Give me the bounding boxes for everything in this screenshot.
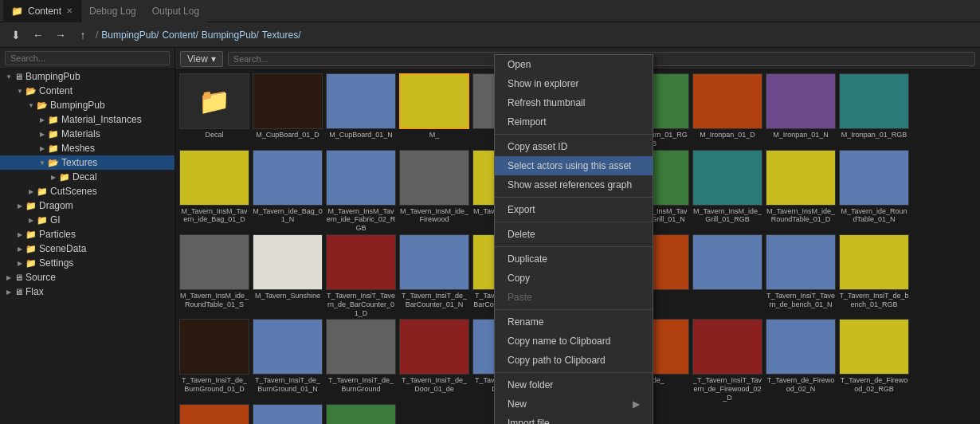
texture-item[interactable]: T_Tavern_InsiT_de_BurnGround (325, 319, 397, 402)
tab-content-close[interactable]: ✕ (66, 6, 73, 15)
sidebar-item-dragom[interactable]: ▶📁Dragom (0, 198, 174, 213)
tab-output-log[interactable]: Output Log (144, 0, 207, 22)
tab-debug-log[interactable]: Debug Log (81, 0, 144, 22)
context-menu-separator (495, 134, 653, 135)
texture-item[interactable]: T_Tavern_de_Floor_bric (252, 404, 323, 424)
texture-item[interactable]: M_Tavern_InsM_ide_Firewood (398, 150, 470, 233)
tree-label: Dragom (39, 200, 73, 211)
texture-item[interactable]: M_Tavern_InsM_ide_Grill_01_RGB (692, 150, 763, 233)
texture-item[interactable]: T_Tavern_InsiT_de_Door_01_de (398, 319, 470, 402)
tree-expand-icon: ▶ (14, 257, 25, 269)
texture-item[interactable]: T_Tavern_InsiT_de_BurnGround_01_N (252, 319, 323, 402)
forward-button[interactable]: → (51, 26, 70, 45)
sidebar-item-material-instances[interactable]: ▶📁Material_Instances (0, 112, 174, 127)
sidebar-item-content[interactable]: ▼📂Content (0, 84, 174, 98)
texture-item[interactable]: T_Tavern_insi_k_01_RGB (325, 404, 397, 424)
sidebar-item-decal[interactable]: ▶📁Decal (0, 170, 174, 184)
context-menu-item-show-asset-refs[interactable]: Show asset references graph (495, 175, 653, 194)
texture-item[interactable]: M_CupBoard_01_D (252, 73, 323, 148)
texture-item[interactable]: T_Tavern_de_Firewood_02_RGB (838, 319, 910, 402)
context-menu-item-open[interactable]: Open (495, 55, 653, 74)
submenu-arrow-icon: ▶ (633, 398, 640, 410)
context-menu-item-reimport[interactable]: Reimport (495, 112, 653, 132)
texture-item[interactable]: M_ (398, 73, 470, 148)
context-menu-item-duplicate[interactable]: Duplicate (495, 249, 653, 269)
sidebar-item-materials[interactable]: ▶📁Materials (0, 127, 174, 141)
back-button[interactable]: ← (29, 26, 48, 45)
texture-item[interactable]: T_Tavern_InsiT_de_BurnGround_01_D (178, 319, 250, 402)
texture-item[interactable]: M_Ironpan_01_N (765, 73, 837, 148)
texture-label: M_Tavern_ide_RoundTable_01_N (839, 207, 909, 225)
sidebar-item-cutscenes[interactable]: ▶📁CutScenes (0, 184, 174, 198)
texture-item[interactable]: T_Tavern_InsiT_de_BarCounter_01_N (398, 234, 470, 317)
context-menu-item-copy-asset-id[interactable]: Copy asset ID (495, 137, 653, 156)
texture-item[interactable]: _T_Tavern_InsiT_Tavern_de_Firewood_02_D (692, 319, 763, 402)
tree-expand-icon: ▶ (14, 243, 25, 254)
sidebar-item-source[interactable]: ▶🖥Source (0, 270, 174, 285)
texture-item[interactable]: M_Tavern_InsM_Tavern_ide_Fabric_02_RGB (325, 150, 397, 233)
breadcrumb-content[interactable]: Content/ (162, 29, 198, 41)
sidebar-item-gi[interactable]: ▶📁GI (0, 213, 174, 227)
texture-item[interactable]: 📁Decal (178, 73, 250, 148)
texture-label: M_Tavern_InsM_ide_RoundTable_01_D (766, 207, 836, 225)
sidebar-item-bumpingpub[interactable]: ▼🖥BumpingPub (0, 69, 174, 84)
context-menu-item-export[interactable]: Export (495, 200, 653, 219)
tab-content[interactable]: 📁 Content ✕ (3, 0, 81, 22)
context-menu-item-show-in-explorer[interactable]: Show in explorer (495, 74, 653, 93)
texture-item[interactable]: M_Ironpan_01_D (692, 73, 763, 148)
texture-item[interactable]: M_Ironpan_01_RGB (838, 73, 910, 148)
sidebar-item-particles[interactable]: ▶📁Particles (0, 227, 174, 241)
texture-item[interactable]: T_Tavern_InsiT_de_bench_01_RGB (838, 234, 910, 317)
tree-label: Source (25, 272, 56, 283)
texture-item[interactable]: M_Tavern_ide_Bag_01_N (252, 150, 323, 233)
texture-item[interactable]: M_Tavern_InsM_Tavern_ide_Bag_01_D (178, 150, 250, 233)
texture-item[interactable]: M_Tavern_InsM_ide_RoundTable_01_D (765, 150, 837, 233)
context-menu-item-label: Copy name to Clipboard (508, 336, 610, 347)
sidebar-item-textures[interactable]: ▼📂Textures (0, 155, 174, 170)
sidebar-item-meshes[interactable]: ▶📁Meshes (0, 141, 174, 155)
context-menu-item-delete[interactable]: Delete (495, 225, 653, 244)
up-button[interactable]: ↑ (73, 26, 92, 45)
context-menu-item-label: Delete (508, 229, 535, 240)
context-menu-item-select-actors[interactable]: Select actors using this asset (495, 156, 653, 175)
view-button[interactable]: View ▾ (180, 51, 223, 67)
breadcrumb-bumpingpub2[interactable]: BumpingPub/ (202, 29, 259, 41)
breadcrumb-textures[interactable]: Textures/ (262, 29, 301, 41)
texture-item[interactable]: T_Tavern_InsiT_Tavern_de_bench_01_N (765, 234, 837, 317)
texture-item[interactable]: T_Tavern_de_Floor_bricde_Floor_bric (178, 404, 250, 424)
texture-thumbnail (692, 319, 762, 375)
context-menu-item-rename[interactable]: Rename (495, 312, 653, 332)
context-menu-item-new-folder[interactable]: New folder (495, 375, 653, 395)
context-menu-item-import-file[interactable]: Import file (495, 414, 653, 424)
sidebar-item-bumpingpub[interactable]: ▼📂BumpingPub (0, 98, 174, 112)
texture-item[interactable]: M_CupBoard_01_N (325, 73, 397, 148)
tab-debug-log-label: Debug Log (89, 6, 136, 17)
texture-thumbnail (179, 150, 249, 206)
context-menu-item-copy-path[interactable]: Copy path to Clipboard (495, 351, 653, 370)
sidebar-item-flax[interactable]: ▶🖥Flax (0, 285, 174, 299)
texture-item[interactable] (692, 234, 763, 317)
texture-label: T_Tavern_InsiT_de_bench_01_RGB (839, 292, 909, 309)
tab-bar: 📁 Content ✕ Debug Log Output Log (0, 0, 980, 22)
texture-item[interactable]: T_Tavern_de_Firewood_02_N (765, 319, 837, 402)
tree-expand-icon: ▼ (25, 100, 37, 111)
tree-label: BumpingPub (25, 71, 80, 82)
context-menu-item-copy-name[interactable]: Copy name to Clipboard (495, 332, 653, 351)
context-menu-item-new[interactable]: New▶ (495, 395, 653, 414)
sidebar-search-input[interactable] (5, 51, 170, 65)
context-menu-item-copy[interactable]: Copy (495, 269, 653, 288)
texture-item[interactable]: M_Tavern_InsM_ide_RoundTable_01_S (178, 234, 250, 317)
texture-item[interactable]: M_Tavern_ide_RoundTable_01_N (838, 150, 910, 233)
sidebar-item-settings[interactable]: ▶📁Settings (0, 256, 174, 270)
texture-item[interactable]: M_Tavern_Sunshine (252, 234, 323, 317)
sidebar-item-scenedata[interactable]: ▶📁SceneData (0, 241, 174, 256)
context-menu-item-refresh-thumbnail[interactable]: Refresh thumbnail (495, 93, 653, 112)
import-button[interactable]: ⬇ (6, 26, 25, 45)
texture-item[interactable]: T_Tavern_InsiT_Tavern_de_BarCounter_01_D (325, 234, 397, 317)
texture-label: M_ (429, 131, 440, 139)
breadcrumb-bumpingpub[interactable]: BumpingPub/ (101, 29, 159, 41)
texture-label: M_CupBoard_01_N (329, 131, 393, 139)
texture-label: M_Tavern_InsM_Tavern_ide_Fabric_02_RGB (326, 207, 396, 233)
texture-thumbnail (253, 73, 323, 129)
texture-thumbnail (839, 150, 909, 206)
